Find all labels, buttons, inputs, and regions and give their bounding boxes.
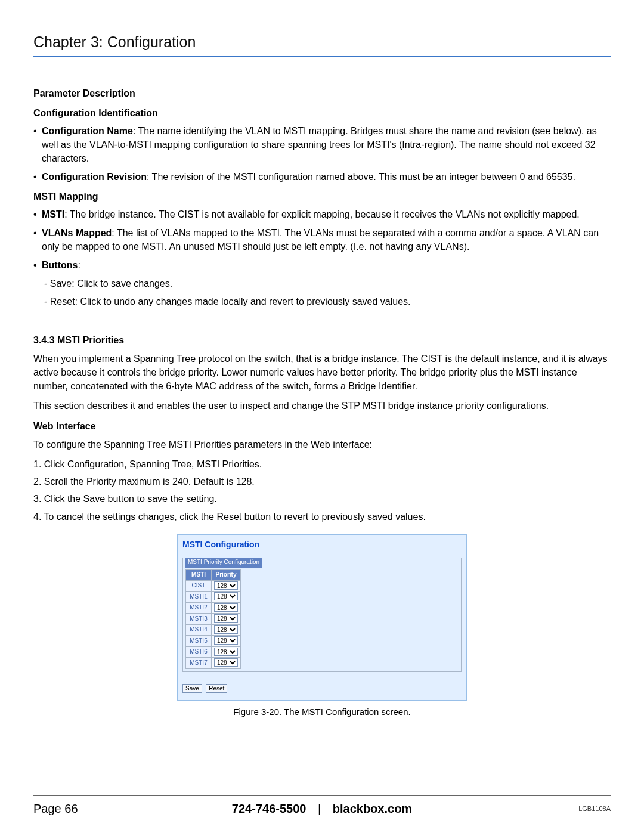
msti-mapping-heading: MSTI Mapping xyxy=(33,190,611,203)
footer-rule xyxy=(33,795,611,796)
msti-name: MSTI4 xyxy=(186,624,212,636)
page-footer: Page 66 724-746-5500 | blackbox.com LGB1… xyxy=(33,800,611,817)
priority-select[interactable]: 128 xyxy=(214,636,238,645)
table-header-row: MSTI Priority xyxy=(186,570,241,581)
msti-config-panel: MSTI Configuration MSTI Priority Configu… xyxy=(177,534,467,701)
msti-priority-fieldset: MSTI Priority Configuration MSTI Priorit… xyxy=(182,558,462,672)
col-priority: Priority xyxy=(212,570,241,581)
footer-phone: 724-746-5500 xyxy=(232,802,306,815)
bullet-term: Configuration Revision xyxy=(42,172,147,182)
table-row: MSTI7 128 xyxy=(186,658,241,669)
msti-name: CIST xyxy=(186,580,212,592)
bullet-config-name: Configuration Name: The name identifying… xyxy=(33,124,611,166)
priority-select[interactable]: 128 xyxy=(214,581,238,590)
bullet-term: Buttons xyxy=(42,260,78,270)
bullet-text: : The bridge instance. The CIST is not a… xyxy=(64,209,580,219)
step-4: 4. To cancel the settings changes, click… xyxy=(33,510,611,524)
msti-priority-legend: MSTI Priority Configuration xyxy=(185,558,262,568)
bullet-msti: MSTI: The bridge instance. The CIST is n… xyxy=(33,208,611,221)
msti-name: MSTI5 xyxy=(186,636,212,647)
msti-priorities-heading: 3.4.3 MSTI Priorities xyxy=(33,333,611,347)
table-row: MSTI1 128 xyxy=(186,592,241,603)
priority-select[interactable]: 128 xyxy=(214,614,238,623)
figure-3-20: MSTI Configuration MSTI Priority Configu… xyxy=(33,534,611,719)
table-row: CIST 128 xyxy=(186,580,241,592)
bullet-text: : The revision of the MSTI configuration… xyxy=(147,172,575,182)
reset-button[interactable]: Reset xyxy=(206,684,227,693)
footer-model: LGB1108A xyxy=(412,804,611,814)
table-row: MSTI6 128 xyxy=(186,646,241,658)
step-2: 2. Scroll the Priority maximum is 240. D… xyxy=(33,475,611,488)
msti-config-title: MSTI Configuration xyxy=(182,538,462,550)
priority-select[interactable]: 128 xyxy=(214,625,238,634)
step-3: 3. Click the Save button to save the set… xyxy=(33,492,611,506)
col-msti: MSTI xyxy=(186,570,212,581)
table-row: MSTI4 128 xyxy=(186,624,241,636)
page-number: Page 66 xyxy=(33,800,232,817)
sub-item-reset: - Reset: Click to undo any changes made … xyxy=(44,295,611,308)
bullet-term: Configuration Name xyxy=(42,126,133,136)
priority-select[interactable]: 128 xyxy=(214,648,238,656)
table-row: MSTI2 128 xyxy=(186,602,241,614)
save-button[interactable]: Save xyxy=(182,684,202,693)
msti-name: MSTI6 xyxy=(186,646,212,658)
bullet-vlans-mapped: VLANs Mapped: The list of VLANs mapped t… xyxy=(33,226,611,253)
bullet-text: : The list of VLANs mapped to the MSTI. … xyxy=(42,228,599,252)
priority-select[interactable]: 128 xyxy=(214,603,238,612)
web-interface-intro: To configure the Spanning Tree MSTI Prio… xyxy=(33,438,611,451)
msti-priorities-para1: When you implement a Spanning Tree proto… xyxy=(33,352,611,394)
chapter-rule xyxy=(33,56,611,57)
priority-select[interactable]: 128 xyxy=(214,658,238,667)
step-1: 1. Click Configuration, Spanning Tree, M… xyxy=(33,457,611,471)
table-row: MSTI5 128 xyxy=(186,636,241,647)
chapter-title: Chapter 3: Configuration xyxy=(33,31,611,52)
msti-priority-table: MSTI Priority CIST 128 MSTI1 128 MSTI2 xyxy=(185,569,241,669)
msti-name: MSTI7 xyxy=(186,658,212,669)
msti-name: MSTI1 xyxy=(186,592,212,603)
msti-name: MSTI2 xyxy=(186,602,212,614)
msti-priorities-para2: This section describes it and enables th… xyxy=(33,399,611,413)
bullet-config-revision: Configuration Revision: The revision of … xyxy=(33,170,611,184)
figure-caption: Figure 3-20. The MSTI Configuration scre… xyxy=(233,705,410,719)
configuration-identification-heading: Configuration Identification xyxy=(33,106,611,120)
footer-contact: 724-746-5500 | blackbox.com xyxy=(232,800,412,817)
msti-name: MSTI3 xyxy=(186,614,212,625)
sub-item-save: - Save: Click to save changes. xyxy=(44,277,611,290)
web-interface-heading: Web Interface xyxy=(33,419,611,433)
bullet-term: VLANs Mapped xyxy=(42,228,112,238)
bullet-text: : xyxy=(78,260,80,270)
bullet-term: MSTI xyxy=(42,209,64,219)
footer-site: blackbox.com xyxy=(333,802,412,815)
table-row: MSTI3 128 xyxy=(186,614,241,625)
bullet-buttons: Buttons: xyxy=(33,258,611,272)
priority-select[interactable]: 128 xyxy=(214,592,238,600)
footer-separator: | xyxy=(318,802,321,815)
parameter-description-heading: Parameter Description xyxy=(33,86,611,100)
